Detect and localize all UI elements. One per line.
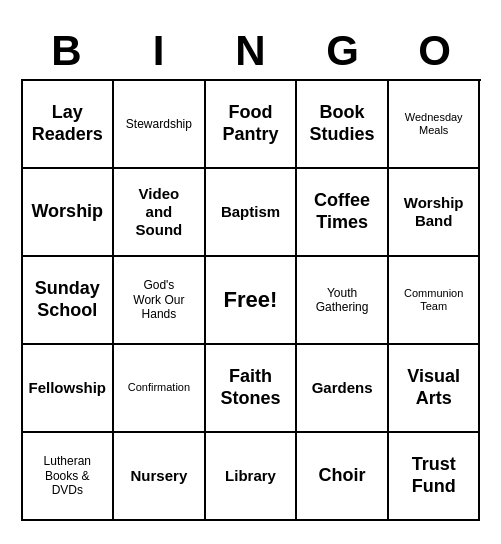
cell-1-2: Baptism xyxy=(206,169,298,257)
cell-text: VisualArts xyxy=(407,366,460,409)
cell-text: SundaySchool xyxy=(35,278,100,321)
cell-text: WednesdayMeals xyxy=(405,111,463,137)
cell-text: Library xyxy=(225,467,276,485)
cell-text: Free! xyxy=(224,287,278,313)
bingo-grid: LayReadersStewardshipFoodPantryBookStudi… xyxy=(21,79,481,521)
cell-text: WorshipBand xyxy=(404,194,464,230)
cell-0-4: WednesdayMeals xyxy=(389,81,481,169)
cell-text: LayReaders xyxy=(32,102,103,145)
header-letter: G xyxy=(297,23,389,79)
cell-text: TrustFund xyxy=(412,454,456,497)
cell-0-0: LayReaders xyxy=(23,81,115,169)
bingo-header: BINGO xyxy=(21,23,481,79)
cell-text: FaithStones xyxy=(220,366,280,409)
cell-4-2: Library xyxy=(206,433,298,521)
cell-text: Fellowship xyxy=(29,379,107,397)
cell-text: Baptism xyxy=(221,203,280,221)
cell-text: Worship xyxy=(31,201,103,223)
cell-2-1: God'sWork OurHands xyxy=(114,257,206,345)
header-letter: O xyxy=(389,23,481,79)
cell-4-1: Nursery xyxy=(114,433,206,521)
cell-3-2: FaithStones xyxy=(206,345,298,433)
cell-text: Gardens xyxy=(312,379,373,397)
cell-4-0: LutheranBooks &DVDs xyxy=(23,433,115,521)
cell-0-3: BookStudies xyxy=(297,81,389,169)
cell-1-1: VideoandSound xyxy=(114,169,206,257)
cell-3-0: Fellowship xyxy=(23,345,115,433)
cell-4-4: TrustFund xyxy=(389,433,481,521)
cell-2-3: YouthGathering xyxy=(297,257,389,345)
cell-3-4: VisualArts xyxy=(389,345,481,433)
header-letter: I xyxy=(113,23,205,79)
cell-text: YouthGathering xyxy=(316,286,369,315)
bingo-card: BINGO LayReadersStewardshipFoodPantryBoo… xyxy=(11,13,491,531)
cell-2-0: SundaySchool xyxy=(23,257,115,345)
cell-text: Choir xyxy=(319,465,366,487)
cell-0-2: FoodPantry xyxy=(206,81,298,169)
cell-text: BookStudies xyxy=(310,102,375,145)
cell-text: CommunionTeam xyxy=(404,287,463,313)
cell-text: Nursery xyxy=(131,467,188,485)
header-letter: N xyxy=(205,23,297,79)
cell-text: LutheranBooks &DVDs xyxy=(44,454,91,497)
cell-1-0: Worship xyxy=(23,169,115,257)
cell-text: FoodPantry xyxy=(222,102,278,145)
cell-1-4: WorshipBand xyxy=(389,169,481,257)
cell-text: Confirmation xyxy=(128,381,190,394)
cell-2-2: Free! xyxy=(206,257,298,345)
cell-0-1: Stewardship xyxy=(114,81,206,169)
cell-1-3: CoffeeTimes xyxy=(297,169,389,257)
header-letter: B xyxy=(21,23,113,79)
cell-text: Stewardship xyxy=(126,117,192,131)
cell-text: CoffeeTimes xyxy=(314,190,370,233)
cell-text: VideoandSound xyxy=(136,185,183,239)
cell-3-3: Gardens xyxy=(297,345,389,433)
cell-3-1: Confirmation xyxy=(114,345,206,433)
cell-2-4: CommunionTeam xyxy=(389,257,481,345)
cell-4-3: Choir xyxy=(297,433,389,521)
cell-text: God'sWork OurHands xyxy=(133,278,184,321)
